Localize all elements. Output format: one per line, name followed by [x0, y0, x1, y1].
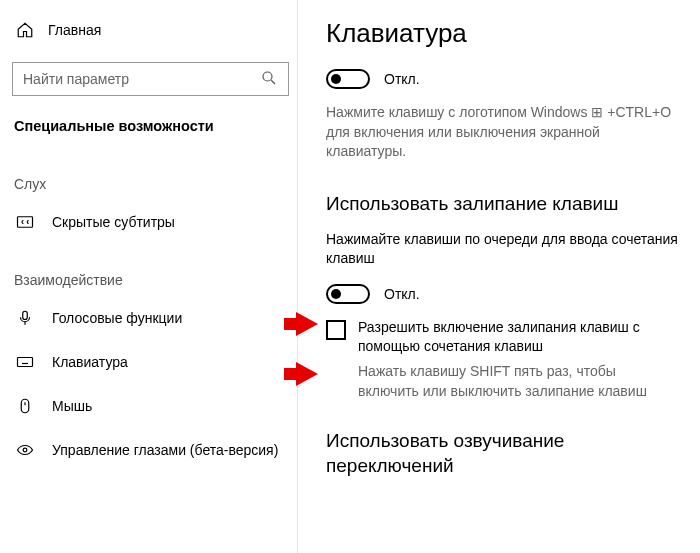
group-interaction: Взаимодействие [12, 244, 297, 296]
sticky-keys-description: Нажимайте клавиши по очереди для ввода с… [326, 230, 678, 268]
keyboard-icon [16, 353, 34, 371]
sidebar: Главная Найти параметр Специальные возмо… [0, 0, 298, 553]
svg-point-0 [263, 72, 272, 81]
svg-point-13 [23, 448, 27, 452]
group-hearing: Слух [12, 148, 297, 200]
home-icon [16, 21, 34, 39]
sidebar-item-label: Скрытые субтитры [52, 214, 175, 230]
sticky-shortcut-hint: Нажать клавишу SHIFT пять раз, чтобы вкл… [358, 362, 678, 401]
search-placeholder: Найти параметр [23, 71, 129, 87]
sticky-keys-toggle[interactable] [326, 284, 370, 304]
sidebar-item-label: Клавиатура [52, 354, 128, 370]
sidebar-item-label: Голосовые функции [52, 310, 182, 326]
svg-rect-2 [18, 217, 33, 228]
osk-toggle[interactable] [326, 69, 370, 89]
page-title: Клавиатура [326, 18, 678, 49]
svg-line-1 [271, 80, 275, 84]
sidebar-item-label: Мышь [52, 398, 92, 414]
sidebar-item-speech[interactable]: Голосовые функции [12, 296, 297, 340]
search-icon [260, 69, 278, 90]
sidebar-item-label: Управление глазами (бета-версия) [52, 442, 278, 458]
main-content: Клавиатура Откл. Нажмите клавишу с логот… [298, 0, 700, 553]
toggle-keys-heading: Использовать озвучивание переключений [326, 429, 678, 478]
annotation-arrow-icon [296, 312, 318, 336]
svg-rect-3 [23, 311, 28, 319]
svg-rect-5 [18, 358, 33, 367]
svg-rect-11 [21, 399, 29, 413]
sticky-keys-heading: Использовать залипание клавиш [326, 192, 678, 217]
sidebar-item-eye-control[interactable]: Управление глазами (бета-версия) [12, 428, 297, 472]
osk-description: Нажмите клавишу с логотипом Windows ⊞ +C… [326, 103, 678, 162]
sidebar-item-closed-captions[interactable]: Скрытые субтитры [12, 200, 297, 244]
sticky-keys-toggle-label: Откл. [384, 286, 420, 302]
sidebar-item-keyboard[interactable]: Клавиатура [12, 340, 297, 384]
cc-icon [16, 213, 34, 231]
eye-icon [16, 441, 34, 459]
sticky-shortcut-checkbox[interactable] [326, 320, 346, 340]
home-label: Главная [48, 22, 101, 38]
osk-toggle-label: Откл. [384, 71, 420, 87]
sidebar-item-mouse[interactable]: Мышь [12, 384, 297, 428]
annotation-arrow-icon [296, 362, 318, 386]
section-heading: Специальные возможности [12, 110, 297, 148]
microphone-icon [16, 309, 34, 327]
home-link[interactable]: Главная [12, 12, 297, 48]
sticky-shortcut-label: Разрешить включение залипания клавиш с п… [358, 318, 678, 356]
mouse-icon [16, 397, 34, 415]
search-input[interactable]: Найти параметр [12, 62, 289, 96]
